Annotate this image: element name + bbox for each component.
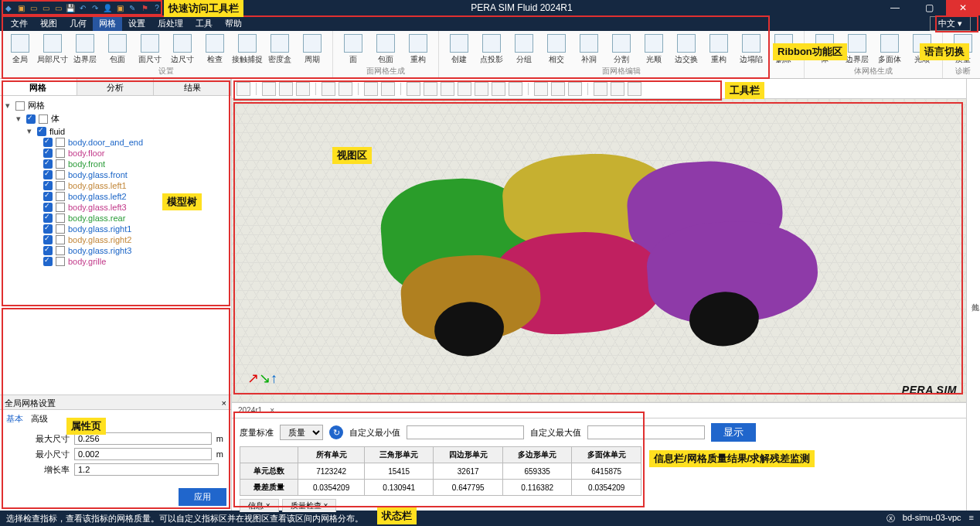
vt-back-icon[interactable] [441, 82, 454, 96]
qa-save-disk-icon[interactable]: 💾 [65, 2, 76, 13]
vt-right-icon[interactable] [475, 82, 488, 96]
ribbon-点投影[interactable]: 点投影 [476, 32, 507, 66]
ribbon-边尺寸[interactable]: 边尺寸 [167, 32, 198, 66]
prop-input[interactable] [74, 448, 212, 460]
ribbon-全局[interactable]: 全局 [5, 32, 36, 66]
tree-item[interactable]: body.floor [3, 148, 228, 159]
vt-pointer-icon[interactable] [322, 82, 335, 96]
qa-help-icon[interactable]: ? [151, 2, 162, 13]
vt-shade-icon[interactable] [279, 82, 293, 96]
ribbon-光顺[interactable]: 光顺 [907, 32, 937, 66]
ribbon-密度盒[interactable]: 密度盒 [264, 32, 295, 66]
prop-input[interactable] [74, 432, 212, 445]
ribbon-创建[interactable]: 创建 [444, 32, 475, 66]
custom-min-input[interactable] [407, 425, 524, 439]
vt-grid-icon[interactable] [568, 82, 582, 96]
qa-open-icon[interactable]: ▭ [28, 2, 39, 13]
metric-select[interactable]: 质量 [280, 425, 323, 440]
tree-item[interactable]: body.door_and_end [3, 137, 228, 148]
tree-tab-results[interactable]: 结果 [154, 79, 231, 95]
menu-file[interactable]: 文件 [5, 16, 34, 31]
ribbon-局部尺寸[interactable]: 局部尺寸 [37, 32, 68, 66]
menu-settings[interactable]: 设置 [122, 16, 151, 31]
vt-front-icon[interactable] [424, 82, 437, 96]
tree-item[interactable]: body.glass.right3 [3, 245, 228, 256]
ribbon-相交[interactable]: 相交 [541, 32, 572, 66]
tree-item[interactable]: body.glass.left3 [3, 202, 228, 213]
ribbon-边塌陷[interactable]: 边塌陷 [736, 32, 767, 66]
tree-item[interactable]: body.glass.left1 [3, 180, 228, 191]
tree-tab-analysis[interactable]: 分析 [77, 79, 155, 95]
qa-undo-icon[interactable]: ↶ [77, 2, 88, 13]
custom-max-input[interactable] [587, 425, 705, 439]
qa-user-icon[interactable]: 👤 [102, 2, 113, 13]
ribbon-边界层[interactable]: 边界层 [842, 32, 873, 66]
vt-camera-icon[interactable] [628, 82, 641, 96]
tree-item[interactable]: body.glass.left2 [3, 191, 228, 202]
qa-screenshot-icon[interactable]: ▣ [114, 2, 125, 13]
ribbon-接触捕捉[interactable]: 接触捕捉 [232, 32, 263, 66]
tree-item[interactable]: body.glass.front [3, 169, 228, 180]
right-sidebar[interactable]: 其他 [966, 79, 980, 511]
info-tab-info[interactable]: 信息 × [240, 499, 279, 512]
tree-item[interactable]: body.grille [3, 256, 228, 267]
show-button[interactable]: 显示 [711, 423, 756, 442]
menu-geometry[interactable]: 几何 [63, 16, 93, 31]
minimize-button[interactable]: — [878, 0, 912, 15]
vt-top-icon[interactable] [492, 82, 505, 96]
property-close-icon[interactable]: × [222, 395, 226, 409]
tree-item[interactable]: body.glass.right2 [3, 234, 228, 245]
close-button[interactable]: ✕ [946, 0, 980, 15]
prop-tab-basic[interactable]: 基本 [6, 413, 23, 425]
tree-item[interactable]: body.front [3, 159, 228, 169]
vt-trans-icon[interactable] [296, 82, 310, 96]
ribbon-删除[interactable]: 删除 [768, 32, 799, 66]
ribbon-质量[interactable]: 质量 [948, 32, 978, 66]
menu-mesh[interactable]: 网格 [93, 16, 122, 31]
vt-iso-icon[interactable] [407, 82, 420, 96]
ribbon-边交换[interactable]: 边交换 [671, 32, 702, 66]
refresh-icon[interactable]: ↻ [329, 425, 343, 439]
status-close-icon[interactable]: ⓧ [886, 513, 895, 524]
vt-zoom-icon[interactable] [381, 82, 395, 96]
qa-redo-icon[interactable]: ↷ [90, 2, 100, 13]
language-switch[interactable]: 中文 ▾ [930, 16, 971, 31]
ribbon-重构[interactable]: 重构 [703, 32, 734, 66]
model-tree[interactable]: ▾网格▾体▾fluidbody.door_and_endbody.floorbo… [0, 96, 231, 394]
vt-section-icon[interactable] [534, 82, 548, 96]
ribbon-分割[interactable]: 分割 [606, 32, 637, 66]
ribbon-光顺[interactable]: 光顺 [638, 32, 669, 66]
ribbon-包面[interactable]: 包面 [370, 32, 401, 66]
menu-post[interactable]: 后处理 [151, 16, 189, 31]
prop-input[interactable] [74, 463, 219, 476]
menu-help[interactable]: 帮助 [219, 16, 248, 31]
ribbon-体[interactable]: 体 [809, 32, 840, 66]
vt-bottom-icon[interactable] [509, 82, 522, 96]
ribbon-包面[interactable]: 包面 [102, 32, 133, 66]
viewport-tab-close-icon[interactable]: × [270, 406, 274, 415]
maximize-button[interactable]: ▢ [912, 0, 946, 15]
ribbon-周期[interactable]: 周期 [297, 32, 328, 66]
menu-tools[interactable]: 工具 [189, 16, 219, 31]
ribbon-重构[interactable]: 重构 [403, 32, 434, 66]
tree-item[interactable]: body.glass.right1 [3, 224, 228, 234]
ribbon-补洞[interactable]: 补洞 [573, 32, 604, 66]
tree-tab-mesh[interactable]: 网格 [0, 79, 77, 95]
vt-sphere-icon[interactable] [611, 82, 624, 96]
qa-settings-icon[interactable]: ✎ [127, 2, 138, 13]
qa-save-as-icon[interactable]: ▭ [53, 2, 63, 13]
qa-new-icon[interactable]: ▣ [15, 2, 26, 13]
viewport-tab[interactable]: 2024r1 [238, 406, 262, 415]
viewport[interactable]: ↗↘↑ PERA SIM [232, 99, 966, 402]
ribbon-面[interactable]: 面 [338, 32, 369, 66]
vt-fit-icon[interactable] [364, 82, 378, 96]
tree-item[interactable]: body.glass.rear [3, 213, 228, 224]
vt-measure-icon[interactable] [551, 82, 565, 96]
qa-flag-icon[interactable]: ⚑ [139, 2, 150, 13]
menu-view[interactable]: 视图 [34, 16, 63, 31]
prop-tab-advanced[interactable]: 高级 [31, 413, 48, 425]
ribbon-多面体[interactable]: 多面体 [874, 32, 905, 66]
apply-button[interactable]: 应用 [179, 488, 226, 506]
ribbon-检查[interactable]: 检查 [199, 32, 230, 66]
vt-pan-icon[interactable] [339, 82, 352, 96]
